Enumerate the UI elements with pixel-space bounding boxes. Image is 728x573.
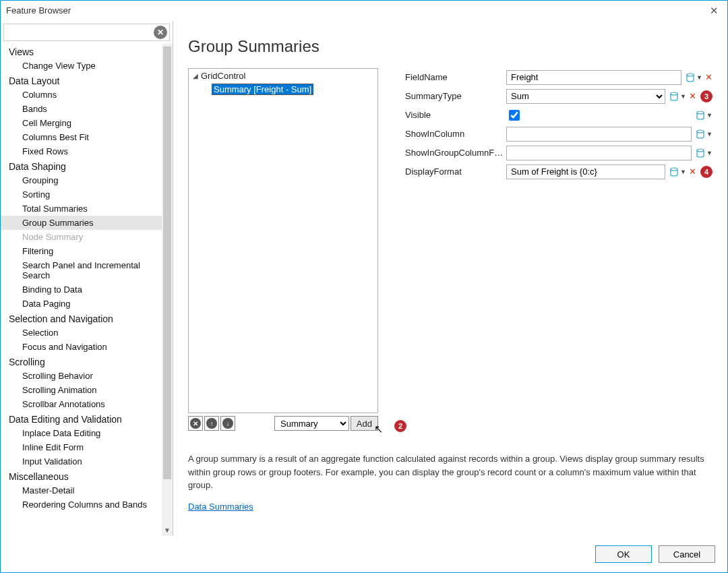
nav-item[interactable]: Columns Best Fit (1, 130, 162, 144)
help-text: A group summary is a result of an aggreg… (188, 452, 712, 492)
caret-down-icon[interactable]: ▼ (696, 74, 702, 81)
summary-type-select[interactable]: Summary (274, 416, 349, 431)
caret-down-icon[interactable]: ▼ (706, 112, 712, 119)
nav-item[interactable]: Inline Edit Form (1, 440, 162, 454)
property-grid: FieldName▼✕SummaryTypeSum▼✕3Visible▼Show… (405, 68, 712, 181)
titlebar: Feature Browser ✕ (1, 1, 727, 21)
svg-point-4 (697, 149, 704, 152)
sidebar-scrollbar[interactable]: ▼ (162, 44, 173, 536)
nav-item[interactable]: Fixed Rows (1, 144, 162, 158)
tree-column: ◢ GridControl Summary [Freight - Sum] ✕ … (188, 68, 378, 431)
dialog-footer: OK Cancel (1, 536, 727, 572)
reset-icon[interactable]: ✕ (689, 167, 696, 177)
prop-actions: ▼ (696, 111, 712, 120)
feature-browser-window: Feature Browser ✕ ✕ ViewsChange View Typ… (0, 0, 728, 573)
summary-tree[interactable]: ◢ GridControl Summary [Freight - Sum] (188, 68, 378, 413)
sidebar: ✕ ViewsChange View TypeData LayoutColumn… (1, 21, 173, 536)
nav-group[interactable]: Data Shaping (1, 158, 162, 173)
database-icon[interactable] (669, 92, 679, 101)
prop-input[interactable] (506, 70, 681, 85)
nav-group[interactable]: Views (1, 44, 162, 59)
svg-point-5 (671, 168, 677, 171)
search-input[interactable] (4, 28, 154, 38)
nav-group[interactable]: Data Layout (1, 73, 162, 88)
caret-down-icon[interactable]: ▼ (680, 169, 686, 175)
prop-label: Visible (405, 110, 506, 120)
tree-collapse-icon[interactable]: ◢ (193, 72, 201, 80)
nav-item[interactable]: Columns (1, 88, 162, 102)
search-box: ✕ (3, 24, 170, 41)
ok-button[interactable]: OK (595, 545, 652, 563)
tree-child-row[interactable]: Summary [Freight - Sum] (189, 82, 377, 96)
prop-input[interactable] (506, 127, 692, 142)
add-button[interactable]: Add (351, 416, 378, 431)
editor-row: ◢ GridControl Summary [Freight - Sum] ✕ … (188, 68, 712, 431)
prop-select[interactable]: Sum (506, 89, 665, 104)
caret-down-icon[interactable]: ▼ (680, 93, 686, 100)
nav-item[interactable]: Binding to Data (1, 282, 162, 297)
prop-field (506, 70, 681, 85)
prop-actions: ▼✕ (669, 91, 696, 101)
nav-item[interactable]: Change View Type (1, 59, 162, 73)
tree-toolbar: ✕ ↑ ↓ Summary Add ↖ 2 (188, 416, 378, 431)
prop-label: ShowInColumn (405, 129, 506, 139)
scroll-down-icon[interactable]: ▼ (162, 526, 173, 536)
prop-row: SummaryTypeSum▼✕3 (405, 87, 712, 105)
move-up-button[interactable]: ↑ (204, 416, 219, 431)
search-clear-icon[interactable]: ✕ (154, 26, 167, 39)
nav-item[interactable]: Grouping (1, 173, 162, 187)
database-icon[interactable] (696, 111, 705, 120)
nav-group[interactable]: Data Editing and Validation (1, 411, 162, 426)
nav-item[interactable]: Sorting (1, 187, 162, 202)
nav-item[interactable]: Group Summaries (1, 216, 162, 230)
scrollbar-thumb[interactable] (163, 47, 171, 479)
callout-2: 2 (394, 420, 406, 432)
caret-down-icon[interactable]: ▼ (706, 131, 712, 138)
nav-item[interactable]: Scrolling Behavior (1, 369, 162, 383)
database-icon[interactable] (696, 129, 705, 139)
prop-checkbox[interactable] (509, 110, 520, 121)
nav-item[interactable]: Inplace Data Editing (1, 426, 162, 440)
nav-item[interactable]: Selection (1, 326, 162, 340)
nav-item[interactable]: Search Panel and Incremental Search (1, 258, 162, 282)
nav-tree: ViewsChange View TypeData LayoutColumnsB… (1, 44, 173, 536)
data-summaries-link[interactable]: Data Summaries (188, 502, 712, 512)
nav-group[interactable]: Selection and Navigation (1, 311, 162, 326)
database-icon[interactable] (669, 167, 679, 177)
tree-root-row[interactable]: ◢ GridControl (189, 69, 377, 82)
cancel-button[interactable]: Cancel (659, 545, 715, 563)
nav-item[interactable]: Focus and Navigation (1, 340, 162, 354)
delete-button[interactable]: ✕ (188, 416, 203, 431)
nav-item[interactable]: Input Validation (1, 454, 162, 469)
reset-icon[interactable]: ✕ (705, 72, 712, 82)
database-icon[interactable] (686, 73, 695, 82)
svg-point-3 (697, 130, 704, 133)
nav-item[interactable]: Filtering (1, 244, 162, 258)
prop-input[interactable] (506, 164, 665, 179)
nav-item[interactable]: Data Paging (1, 297, 162, 311)
prop-row: ShowInColumn▼ (405, 125, 712, 143)
reset-icon[interactable]: ✕ (689, 91, 696, 101)
svg-point-2 (697, 111, 704, 114)
nav-group[interactable]: Scrolling (1, 354, 162, 369)
body: ✕ ViewsChange View TypeData LayoutColumn… (1, 21, 727, 536)
close-icon[interactable]: ✕ (706, 5, 722, 17)
nav-group[interactable]: Miscellaneous (1, 469, 162, 483)
nav-item[interactable]: Cell Merging (1, 116, 162, 130)
caret-down-icon[interactable]: ▼ (706, 150, 712, 156)
nav-item[interactable]: Bands (1, 102, 162, 116)
nav-item[interactable]: Master-Detail (1, 483, 162, 497)
move-down-button[interactable]: ↓ (220, 416, 235, 431)
prop-actions: ▼ (696, 129, 712, 139)
tree-root-label: GridControl (201, 71, 245, 81)
nav-item[interactable]: Scrolling Animation (1, 383, 162, 397)
database-icon[interactable] (696, 148, 705, 158)
prop-row: FieldName▼✕ (405, 68, 712, 86)
prop-field (506, 108, 692, 123)
nav-item[interactable]: Scrollbar Annotations (1, 397, 162, 411)
nav-item[interactable]: Reordering Columns and Bands (1, 497, 162, 512)
prop-input[interactable] (506, 146, 692, 160)
nav-item: Node Summary (1, 230, 162, 244)
nav-item[interactable]: Total Summaries (1, 202, 162, 216)
prop-field (506, 146, 692, 160)
